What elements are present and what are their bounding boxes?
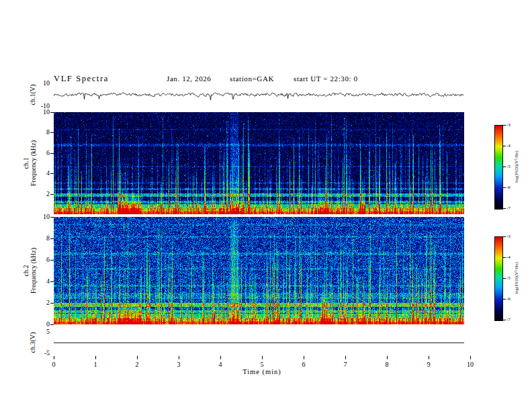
x-tick-mark bbox=[304, 356, 304, 359]
ch1-spectrogram-canvas bbox=[54, 112, 470, 214]
y-tick-mark bbox=[50, 217, 54, 218]
ch2-frequency-tick-label: 6 bbox=[31, 256, 50, 263]
colorbar-tick-label: -3 bbox=[506, 122, 511, 128]
x-tick-mark bbox=[179, 356, 179, 359]
ch3-voltage-tick-label: 5 bbox=[31, 328, 50, 335]
x-tick-mark bbox=[262, 356, 263, 359]
x-tick-label: 2 bbox=[129, 361, 145, 368]
x-tick-label: 10 bbox=[462, 361, 478, 368]
ch2-spectrogram-canvas bbox=[54, 217, 470, 324]
y-tick-mark bbox=[50, 173, 54, 174]
colorbar-tick-mark bbox=[503, 167, 506, 167]
colorbar-tick-mark bbox=[503, 146, 506, 146]
x-tick-mark bbox=[137, 356, 138, 359]
x-tick-mark bbox=[470, 356, 471, 359]
x-tick-mark bbox=[220, 356, 221, 359]
ch2-frequency-tick-label: 0 bbox=[31, 320, 50, 328]
ch1-voltage-tick-label: 10 bbox=[31, 79, 50, 87]
colorbar-tick-mark bbox=[503, 187, 506, 188]
y-tick-mark bbox=[50, 194, 54, 195]
colorbar-tick-label: -5 bbox=[506, 164, 511, 169]
ch1-colorbar-label: log(PSD)(V²/Hz) bbox=[514, 150, 519, 183]
plot-title: VLF Spectra bbox=[54, 74, 109, 84]
ch1-axis-frequency-text: Frequency (kHz) bbox=[30, 140, 37, 186]
y-tick-mark bbox=[50, 260, 54, 261]
ch2-axis-channel-text: ch.2 bbox=[22, 248, 30, 293]
y-tick-mark bbox=[50, 281, 54, 282]
ch1-frequency-tick-label: 10 bbox=[31, 108, 50, 116]
ch2-frequency-axis-label: ch.2 Frequency (kHz) bbox=[22, 248, 37, 293]
ch1-frequency-tick-label: 8 bbox=[31, 128, 50, 136]
ch2-frequency-tick-label: 4 bbox=[31, 277, 50, 285]
x-tick-label: 6 bbox=[296, 361, 312, 368]
y-tick-mark bbox=[50, 132, 54, 133]
ch1-frequency-tick-label: 6 bbox=[31, 149, 50, 156]
y-tick-mark bbox=[50, 112, 54, 113]
time-axis-label: Time (min) bbox=[222, 368, 302, 375]
ch1-frequency-tick-label: 4 bbox=[31, 169, 50, 177]
station-label: station=GAK bbox=[230, 75, 274, 83]
colorbar-tick-mark bbox=[503, 257, 506, 258]
colorbar-tick-label: -6 bbox=[506, 296, 511, 302]
ch3-signal-line bbox=[54, 342, 464, 343]
ch1-frequency-axis-label: ch.1 Frequency (kHz) bbox=[22, 140, 37, 186]
x-tick-label: 4 bbox=[212, 361, 228, 368]
colorbar-tick-mark bbox=[503, 208, 506, 209]
plot-date: Jan. 12, 2026 bbox=[167, 75, 211, 83]
x-tick-mark bbox=[429, 356, 429, 359]
ch2-frequency-tick-label: 8 bbox=[31, 234, 50, 242]
x-tick-label: 0 bbox=[46, 361, 62, 368]
y-tick-mark bbox=[50, 153, 54, 154]
colorbar-tick-label: -5 bbox=[506, 275, 511, 281]
ch3-voltage-tick-label: -5 bbox=[31, 349, 50, 357]
colorbar-tick-label: -3 bbox=[506, 234, 511, 239]
colorbar-tick-label: -4 bbox=[506, 143, 511, 148]
x-tick-label: 9 bbox=[420, 361, 437, 368]
ch1-frequency-tick-label: 2 bbox=[31, 190, 50, 197]
colorbar-tick-mark bbox=[503, 125, 506, 126]
ch1-colorbar bbox=[494, 125, 503, 210]
y-tick-mark bbox=[50, 238, 54, 239]
ch2-axis-frequency-text: Frequency (kHz) bbox=[30, 248, 37, 293]
colorbar-tick-label: -6 bbox=[506, 185, 511, 190]
ch2-colorbar bbox=[494, 236, 503, 321]
x-tick-mark bbox=[54, 356, 54, 359]
ch1-axis-channel-text: ch.1 bbox=[22, 140, 30, 186]
x-tick-mark bbox=[387, 356, 388, 359]
vlf-spectra-figure: VLF Spectra Jan. 12, 2026 station=GAK st… bbox=[0, 0, 532, 411]
x-tick-label: 5 bbox=[254, 361, 270, 368]
colorbar-tick-label: -7 bbox=[506, 205, 511, 211]
colorbar-tick-mark bbox=[503, 299, 506, 300]
x-tick-label: 8 bbox=[379, 361, 395, 368]
start-ut-label: start UT = 22:30: 0 bbox=[294, 75, 358, 83]
colorbar-tick-mark bbox=[503, 278, 506, 279]
colorbar-tick-mark bbox=[503, 236, 506, 237]
colorbar-tick-label: -4 bbox=[506, 255, 511, 260]
colorbar-tick-label: -7 bbox=[506, 317, 511, 322]
y-tick-mark bbox=[50, 303, 54, 304]
x-tick-mark bbox=[95, 356, 96, 359]
ch1-waveform-canvas bbox=[54, 83, 470, 106]
x-tick-label: 7 bbox=[337, 361, 353, 368]
ch2-frequency-tick-label: 10 bbox=[31, 213, 50, 220]
x-tick-mark bbox=[345, 356, 346, 359]
y-tick-mark bbox=[50, 324, 54, 325]
colorbar-tick-mark bbox=[503, 320, 506, 320]
x-tick-label: 3 bbox=[171, 361, 187, 368]
ch2-colorbar-label: log(PSD)(V²/Hz) bbox=[514, 262, 519, 294]
x-tick-label: 1 bbox=[87, 361, 103, 368]
ch2-frequency-tick-label: 2 bbox=[31, 299, 50, 306]
